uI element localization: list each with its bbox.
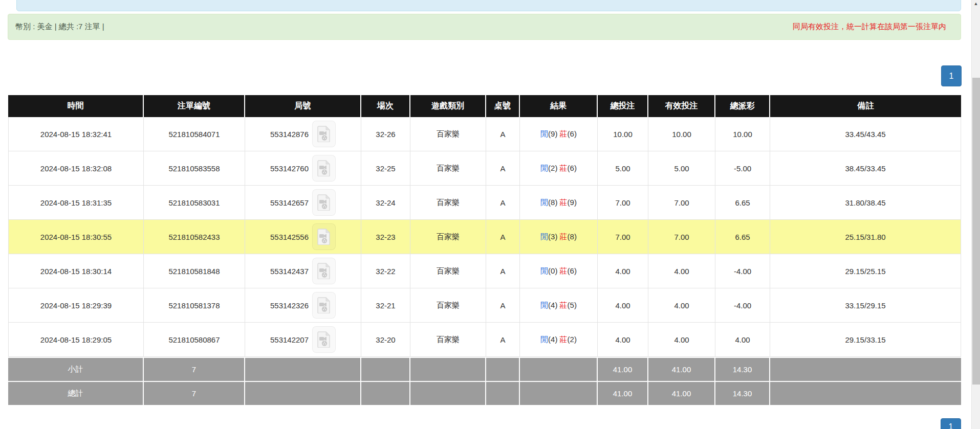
video-record-icon [317, 297, 331, 313]
time-cell: 2024-08-15 18:32:41 [8, 117, 144, 151]
column-header-5: 遊戲類別 [410, 95, 486, 117]
bet-number-cell: 521810583558 [144, 151, 245, 186]
session-cell: 32-22 [361, 254, 410, 288]
bet-number-cell: 521810581848 [144, 254, 245, 288]
round-number: 553142657 [270, 198, 309, 207]
table-row: 2024-08-15 18:30:14 521810581848 5531424… [8, 254, 961, 288]
top-panel-edge [16, 0, 961, 11]
vertical-scrollbar[interactable]: ▲ [971, 0, 980, 429]
video-record-icon [317, 194, 331, 211]
column-header-8: 總投注 [598, 95, 648, 117]
valid-bet-cell: 4.00 [648, 254, 715, 288]
result-cell: 閒(0) 莊(6) [520, 254, 598, 288]
summary-row: 總計 7 41.00 41.00 14.30 [8, 381, 961, 405]
game-type-cell: 百家樂 [410, 254, 486, 288]
summary-total-bet-cell: 41.00 [598, 357, 648, 381]
player-result-score: (4) [548, 301, 560, 309]
payout-cell: -5.00 [715, 151, 770, 186]
video-replay-button[interactable] [312, 292, 336, 319]
banker-result-label: 莊 [560, 266, 568, 275]
column-header-7: 結果 [520, 95, 598, 117]
summary-payout-cell: 14.30 [715, 381, 770, 405]
pagination-page-1-bottom[interactable]: 1 [941, 418, 961, 429]
summary-label-cell: 總計 [8, 381, 144, 405]
session-cell: 32-24 [361, 186, 410, 220]
table-header-row: 時間注單編號局號場次遊戲類別桌號結果總投注有效投注總派彩備註 [8, 95, 961, 117]
remark-cell: 33.15/29.15 [770, 288, 961, 323]
banker-result-label: 莊 [560, 129, 568, 138]
time-cell: 2024-08-15 18:31:35 [8, 186, 144, 220]
video-replay-button[interactable] [312, 121, 336, 147]
bet-number-cell: 521810581378 [144, 288, 245, 323]
video-replay-button[interactable] [312, 326, 336, 353]
total-bet-cell[interactable]: 4.00 [598, 323, 648, 357]
remark-cell: 33.45/43.45 [770, 117, 961, 151]
player-result-score: (3) [548, 232, 560, 241]
banker-result-score: (2) [568, 335, 577, 344]
banker-result-label: 莊 [560, 198, 568, 207]
total-bet-cell[interactable]: 7.00 [598, 220, 648, 254]
video-replay-button[interactable] [312, 155, 336, 182]
payout-cell: -4.00 [715, 288, 770, 323]
table-code-cell: A [486, 151, 520, 186]
session-cell: 32-21 [361, 288, 410, 323]
time-cell: 2024-08-15 18:32:08 [8, 151, 144, 186]
valid-bet-cell: 7.00 [648, 220, 715, 254]
table-row: 2024-08-15 18:29:05 521810580867 5531422… [8, 323, 961, 357]
table-code-cell: A [486, 323, 520, 357]
bet-records-table: 時間注單編號局號場次遊戲類別桌號結果總投注有效投注總派彩備註 2024-08-1… [8, 95, 961, 405]
summary-total-bet-cell: 41.00 [598, 381, 648, 405]
valid-bet-cell: 4.00 [648, 323, 715, 357]
banker-result-score: (9) [568, 198, 577, 207]
payout-cell: 10.00 [715, 117, 770, 151]
valid-bet-cell: 10.00 [648, 117, 715, 151]
session-cell: 32-23 [361, 220, 410, 254]
player-result-score: (9) [548, 129, 560, 138]
bet-number-cell: 521810584071 [144, 117, 245, 151]
bet-number-cell: 521810580867 [144, 323, 245, 357]
banker-result-label: 莊 [560, 164, 568, 172]
result-cell: 閒(4) 莊(2) [520, 323, 598, 357]
table-code-cell: A [486, 288, 520, 323]
column-header-11: 備註 [770, 95, 961, 117]
bet-number-cell: 521810583031 [144, 186, 245, 220]
bet-number-cell: 521810582433 [144, 220, 245, 254]
total-bet-cell[interactable]: 4.00 [598, 288, 648, 323]
video-replay-button[interactable] [312, 189, 336, 216]
video-replay-button[interactable] [312, 223, 336, 250]
player-result-score: (0) [548, 266, 560, 275]
summary-valid-bet-cell: 41.00 [648, 357, 715, 381]
player-result-score: (8) [548, 198, 560, 207]
player-result-label: 閒 [540, 266, 548, 275]
summary-label-cell: 小計 [8, 357, 144, 381]
round-number: 553142437 [270, 267, 309, 276]
table-row: 2024-08-15 18:32:08 521810583558 5531427… [8, 151, 961, 186]
scrollbar-thumb[interactable] [972, 78, 980, 385]
table-code-cell: A [486, 254, 520, 288]
total-bet-cell[interactable]: 5.00 [598, 151, 648, 186]
scrollbar-up-arrow-icon[interactable]: ▲ [972, 0, 980, 7]
video-replay-button[interactable] [312, 258, 336, 284]
summary-payout-cell: 14.30 [715, 357, 770, 381]
banker-result-score: (5) [568, 301, 577, 309]
banker-result-score: (6) [568, 164, 577, 172]
remark-cell: 29.15/33.15 [770, 323, 961, 357]
column-header-2: 注單編號 [144, 95, 245, 117]
player-result-score: (4) [548, 335, 560, 344]
pagination-page-1-top[interactable]: 1 [941, 65, 962, 86]
column-header-6: 桌號 [486, 95, 520, 117]
summary-count-cell: 7 [144, 381, 245, 405]
banker-result-label: 莊 [560, 232, 568, 241]
total-bet-cell[interactable]: 4.00 [598, 254, 648, 288]
table-code-cell: A [486, 117, 520, 151]
total-bet-cell[interactable]: 7.00 [598, 186, 648, 220]
table-code-cell: A [486, 186, 520, 220]
table-row: 2024-08-15 18:31:35 521810583031 5531426… [8, 186, 961, 220]
player-result-label: 閒 [540, 335, 548, 344]
column-header-10: 總派彩 [715, 95, 770, 117]
total-bet-cell[interactable]: 10.00 [598, 117, 648, 151]
round-number-cell: 553142326 [245, 288, 361, 323]
video-record-icon [317, 331, 331, 348]
session-cell: 32-26 [361, 117, 410, 151]
time-cell: 2024-08-15 18:30:55 [8, 220, 144, 254]
